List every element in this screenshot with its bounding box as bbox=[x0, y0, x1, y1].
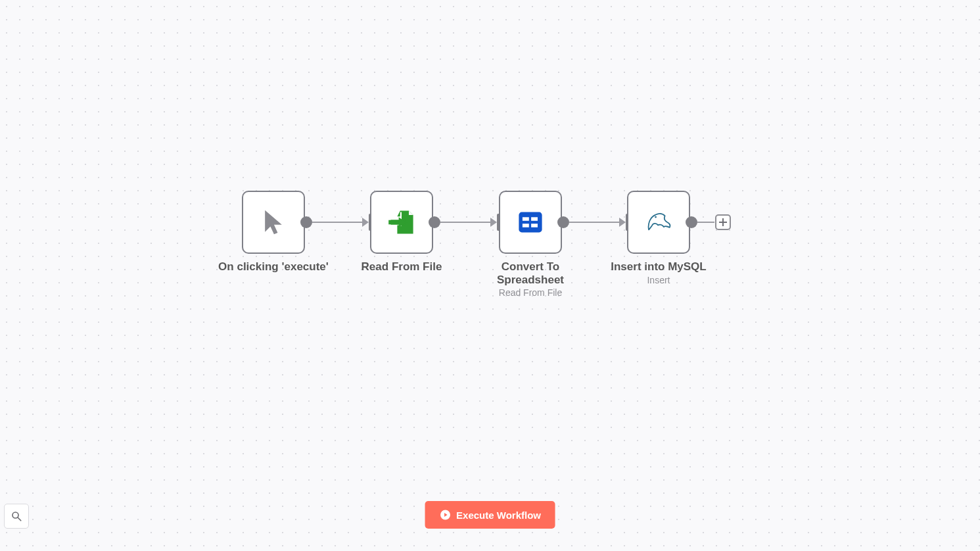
connector-arrow-icon bbox=[619, 218, 626, 227]
node-box[interactable] bbox=[370, 191, 433, 254]
node-box[interactable] bbox=[242, 191, 305, 254]
node-insert-mysql[interactable]: Insert into MySQL Insert bbox=[627, 191, 690, 285]
workflow-canvas[interactable]: On clicking 'execute' bbox=[0, 0, 980, 551]
svg-rect-7 bbox=[523, 224, 529, 228]
svg-rect-4 bbox=[519, 212, 542, 233]
cursor-icon bbox=[259, 208, 288, 237]
file-import-icon bbox=[387, 208, 416, 237]
connector[interactable] bbox=[697, 222, 714, 223]
node-box[interactable] bbox=[627, 191, 690, 254]
node-output-port[interactable] bbox=[300, 216, 312, 228]
execute-workflow-button[interactable]: Execute Workflow bbox=[425, 501, 555, 529]
zoom-search-button[interactable] bbox=[4, 504, 29, 529]
node-sublabel: Read From File bbox=[471, 287, 590, 298]
node-label: Convert To Spreadsheet bbox=[471, 260, 590, 286]
svg-rect-5 bbox=[523, 217, 529, 221]
node-label: Read From File bbox=[342, 260, 461, 274]
connector-arrow-icon bbox=[490, 218, 497, 227]
connector-arrow-icon bbox=[362, 218, 369, 227]
svg-point-9 bbox=[655, 216, 657, 218]
node-on-execute[interactable]: On clicking 'execute' bbox=[242, 191, 305, 274]
mysql-dolphin-icon bbox=[644, 208, 673, 237]
node-label: On clicking 'execute' bbox=[214, 260, 333, 274]
node-sublabel: Insert bbox=[599, 275, 718, 285]
node-convert-spreadsheet[interactable]: Convert To Spreadsheet Read From File bbox=[499, 191, 562, 298]
add-node-button[interactable] bbox=[715, 214, 731, 230]
plus-icon bbox=[719, 218, 727, 226]
execute-workflow-label: Execute Workflow bbox=[456, 510, 541, 521]
node-output-port[interactable] bbox=[557, 216, 569, 228]
connector[interactable] bbox=[569, 222, 620, 223]
node-output-port[interactable] bbox=[429, 216, 440, 228]
play-circle-icon bbox=[439, 509, 451, 521]
svg-rect-8 bbox=[531, 224, 538, 228]
svg-line-11 bbox=[18, 517, 21, 521]
connector[interactable] bbox=[440, 222, 492, 223]
svg-rect-3 bbox=[388, 220, 398, 225]
connector[interactable] bbox=[312, 222, 363, 223]
spreadsheet-icon bbox=[516, 208, 545, 237]
node-label: Insert into MySQL bbox=[599, 260, 718, 274]
magnifier-icon bbox=[11, 510, 22, 522]
node-output-port[interactable] bbox=[686, 216, 697, 228]
node-read-file[interactable]: Read From File bbox=[370, 191, 433, 274]
svg-rect-6 bbox=[531, 217, 538, 221]
svg-point-10 bbox=[12, 512, 18, 518]
node-box[interactable] bbox=[499, 191, 562, 254]
